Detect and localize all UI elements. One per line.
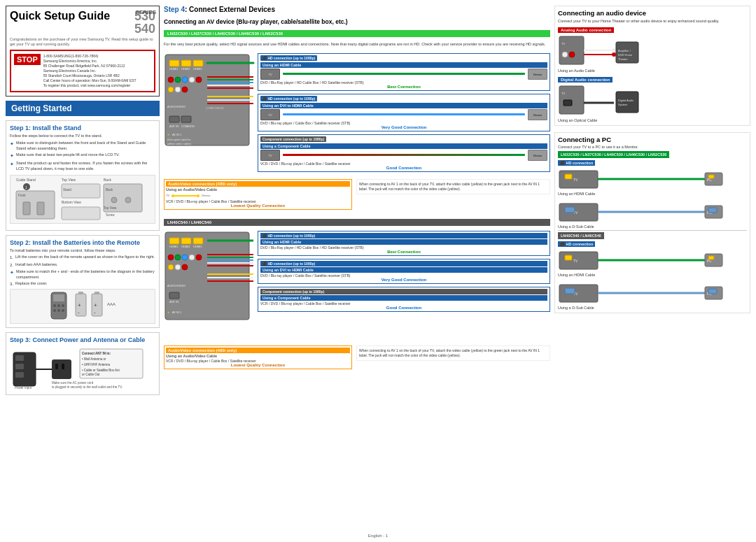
svg-rect-133	[564, 100, 572, 106]
av-conn-section-2: AudioVideo connection (480i only) Using …	[164, 345, 550, 371]
page-footer: English - 1	[368, 534, 388, 538]
svg-point-88	[172, 194, 174, 197]
svg-rect-37	[15, 355, 24, 361]
analog-conn-area: TV Amplifier / DVD Home Theater	[558, 35, 747, 66]
svg-rect-161	[565, 288, 575, 294]
svg-point-126	[612, 52, 616, 57]
svg-text:AAA: AAA	[107, 302, 115, 306]
model-bar-2: LN40C540 / LN46C540	[164, 219, 550, 226]
svg-rect-92	[181, 238, 191, 244]
setup-subtitle: Congratulations on the purchase of your …	[10, 37, 155, 47]
svg-text:Guide Stand: Guide Stand	[16, 178, 36, 182]
pc-dsub-row-2: TV PC	[558, 281, 747, 306]
svg-point-21	[53, 304, 56, 307]
svg-rect-44	[62, 364, 64, 369]
stop-text: 1-800-SAMSUNG(1-800-726-7864) Samsung El…	[43, 54, 136, 88]
pc-dsub-section-2: TV PC Using a D-Sub Cable	[558, 281, 747, 310]
step3-section: Step 3: Connect Power and Antenna or Cab…	[6, 332, 160, 395]
pc-dsub-label: Using a D-Sub Cable	[558, 224, 747, 229]
svg-text:-: -	[78, 309, 80, 315]
svg-rect-20	[53, 294, 64, 301]
svg-text:Back: Back	[104, 178, 112, 182]
svg-rect-147	[565, 207, 575, 213]
svg-text:ANT IN: ANT IN	[169, 124, 178, 128]
svg-rect-135	[616, 92, 638, 113]
svg-text:TV: TV	[573, 259, 578, 263]
pc-conn-area-2: ⬛ HD connection TV PC Using an HDMI Cab	[558, 241, 747, 310]
svg-point-66	[175, 87, 181, 92]
step2-item2: 2. Install two AAA batteries.	[10, 262, 155, 268]
pc-dsub-section: TV PC Using a D-Sub Cable	[558, 200, 747, 229]
svg-point-25	[57, 309, 60, 312]
svg-text:Amplifier /: Amplifier /	[618, 49, 631, 52]
step2-body: To install batteries into your remote co…	[10, 248, 155, 287]
svg-text:or Cable Out: or Cable Out	[82, 373, 100, 376]
svg-text:Stand: Stand	[63, 188, 71, 192]
pc-dsub-label-2: Using a D-Sub Cable	[558, 306, 747, 310]
stand-diagram-svg: Guide Stand 1 Front Top View Stand Botto…	[13, 176, 153, 223]
svg-text:Screw: Screw	[106, 213, 115, 217]
svg-point-122	[569, 52, 575, 57]
analog-conn-type: Using an Audio Cable	[558, 69, 747, 73]
svg-point-26	[62, 309, 64, 312]
svg-point-23	[62, 304, 64, 307]
conn-diagram-area-1: HDMI1 HDMI2 HDMI3	[164, 53, 550, 173]
svg-rect-32	[94, 292, 99, 294]
pc-section: Connecting a PC Connect your TV to a PC …	[554, 132, 750, 313]
svg-rect-39	[15, 372, 24, 378]
svg-rect-119	[559, 36, 584, 64]
svg-text:System: System	[618, 103, 628, 106]
svg-point-61	[175, 77, 181, 83]
svg-point-121	[562, 52, 568, 57]
component-conn-2: Component connection (up to 1080p) Using…	[258, 287, 550, 312]
step2-item1: 1. Lift the cover on the back of the rem…	[10, 255, 155, 260]
digital-conn-type: Using an Optical Cable	[558, 118, 747, 122]
svg-point-125	[612, 48, 616, 52]
step1-bullet3: ✦ Stand the product up and fasten the sc…	[10, 161, 155, 171]
svg-text:Theater: Theater	[618, 57, 628, 61]
svg-point-16	[125, 197, 131, 203]
tv-panel-area-2: HDMI1 HDMI2 HDMI3	[164, 231, 255, 340]
analog-badge: Analog Audio connection	[558, 27, 614, 33]
svg-point-99	[182, 255, 188, 260]
svg-text:is plugged in securely to the : is plugged in securely to the wall outle…	[52, 385, 122, 389]
quick-setup-title: Quick Setup Guide	[10, 10, 110, 22]
connection-info-1: ⬛ HD connection (up to 1080p) Using an H…	[258, 53, 550, 173]
pc-hdmi-row: TV PC	[558, 167, 747, 192]
svg-text:Make sure the AC power cord: Make sure the AC power cord	[52, 381, 94, 385]
svg-rect-140	[565, 174, 572, 179]
pc-dsub-row: TV PC	[558, 200, 747, 224]
av-note-2: When connecting to AV 1 on the back of y…	[356, 345, 550, 361]
audio-desc: Connect your TV to your Home Theater or …	[558, 19, 747, 24]
pc-hd-badge: ⬛ HD connection	[558, 160, 595, 166]
svg-rect-154	[565, 255, 572, 260]
step1-bullet1: ✦ Make sure to distinguish between the f…	[10, 141, 155, 151]
svg-point-67	[182, 87, 188, 92]
step1-body: Follow the steps below to connect the TV…	[10, 134, 155, 171]
digital-badge: Digital Audio connection	[558, 77, 612, 83]
svg-text:TV: TV	[561, 92, 565, 95]
model-bar-1: LN32C530 / LN37C530 / LN40C530 / LN46C53…	[164, 30, 550, 37]
svg-point-100	[189, 255, 195, 260]
pc-title: Connecting a PC	[558, 136, 747, 143]
pc-hdmi-label: Using an HDMI Cable	[558, 192, 747, 196]
step3-area: Power Input Connect ANT IN to: • Wall An…	[10, 345, 155, 391]
step2-item3: 3. Replace the cover.	[10, 281, 155, 287]
pc-hd-badge-2: ⬛ HD connection	[558, 241, 595, 247]
svg-text:AUDIO/VIDEO: AUDIO/VIDEO	[167, 284, 186, 287]
pc-model-bar-1: LN32C530 / LN37C530 / LN40C530 / LN46C53…	[558, 151, 669, 158]
connection-info-2: ⬛ HD connection (up to 1080p) Using an H…	[258, 231, 550, 340]
svg-text:yellow video cable): yellow video cable)	[167, 142, 191, 145]
hd-hdmi-conn-2: ⬛ HD connection (up to 1080p) Using an H…	[258, 231, 550, 256]
footer-text: English - 1	[368, 534, 388, 538]
hdmi-conn-title: Using an HDMI Cable	[260, 62, 547, 68]
svg-text:TV: TV	[573, 178, 578, 182]
component-conn-title: Using a Component Cable	[260, 143, 547, 149]
svg-point-98	[175, 255, 181, 260]
step3-title: Step 3: Connect Power and Antenna or Cab…	[10, 336, 155, 343]
av-conn-section-1: AudioVideo connection (480i only) Using …	[164, 179, 550, 212]
svg-text:ANT IN: ANT IN	[169, 300, 178, 304]
series-badge: SERIES	[136, 9, 156, 15]
step4-header: Step 4: Connect External Devices	[164, 6, 550, 13]
av-conn-title-1: AudioVideo connection (480i only)	[166, 181, 350, 187]
